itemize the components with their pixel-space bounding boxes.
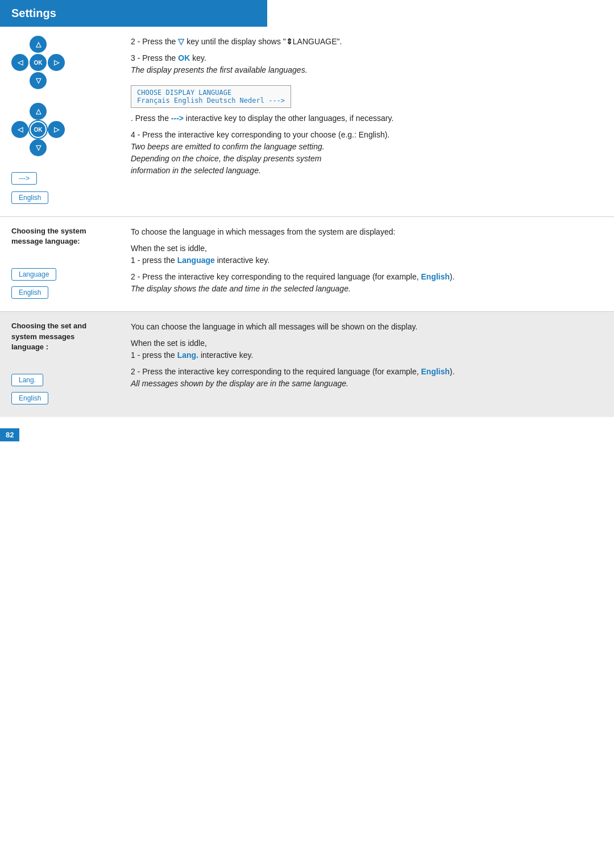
nav-right-btn-2[interactable]: ▷ (48, 121, 65, 138)
down-arrow-icon-1: ▽ (36, 77, 41, 85)
page-number-badge: 82 (0, 428, 19, 441)
arrow-note-text: . Press the ---> interactive key to disp… (131, 112, 597, 124)
choosing-set-desc: You can choose the language in which all… (131, 321, 597, 333)
nav-cross-2: △ ◁ OK ▷ ▽ (11, 103, 65, 156)
choosing-set-step1: When the set is iddle, 1 - press the Lan… (131, 337, 597, 361)
step4-text: 4 - Press the interactive key correspond… (131, 129, 597, 177)
down-key-symbol: ▽ (178, 37, 184, 46)
nav-empty2 (11, 139, 28, 156)
up-arrow-icon-2: △ (36, 107, 41, 115)
left-column-top: △ ◁ OK ▷ ▽ (0, 27, 125, 216)
step4-italic2: Depending on the choice, the display pre… (131, 154, 321, 163)
nav-empty2 (48, 103, 65, 120)
arrow-inline: ---> (171, 114, 184, 123)
nav-ok-btn[interactable]: OK (30, 54, 47, 71)
choosing-message-step2: 2 - Press the interactive key correspond… (131, 271, 597, 295)
nav-down-btn-2[interactable]: ▽ (30, 139, 47, 156)
nav-empty (48, 36, 65, 53)
choosing-set-section: Choosing the set and system messages lan… (0, 312, 614, 417)
english-key-btn-2[interactable]: English (11, 286, 48, 299)
choosing-message-step2-italic: The display shows the date and time in t… (131, 284, 351, 293)
left-arrow-icon: ◁ (18, 59, 23, 66)
choosing-message-desc: To choose the language in which messages… (131, 226, 597, 238)
ok-label-2: OK (34, 127, 43, 133)
choosing-set-step2-italic: All messages shown by the display are in… (131, 379, 349, 388)
ok-label: OK (34, 60, 43, 66)
choosing-set-label: Choosing the set and system messages lan… (11, 321, 86, 352)
header: Settings (0, 0, 267, 27)
choosing-message-section: Choosing the system message language: La… (0, 217, 614, 311)
display-box: CHOOSE DISPLAY LANGUAGE Français English… (131, 85, 291, 108)
step2-text: 2 - Press the ▽ key until the display sh… (131, 36, 597, 48)
lang-inline: Lang. (177, 350, 198, 360)
nav-device-2: △ ◁ OK ▷ ▽ (11, 103, 65, 158)
language-key-btn[interactable]: Language (11, 268, 56, 281)
step3-text: 3 - Press the OK key. The display presen… (131, 52, 597, 76)
page-number-section: 82 (0, 428, 614, 441)
arrow-key-btn[interactable]: ---> (11, 172, 37, 185)
left-column-bottom: Choosing the set and system messages lan… (0, 312, 125, 417)
nav-ok-btn-2[interactable]: OK (30, 121, 47, 138)
nav-left-btn-2[interactable]: ◁ (11, 121, 28, 138)
arrow-key-wrapper: ---> (11, 172, 37, 188)
choosing-message-step1: When the set is iddle, 1 - press the Lan… (131, 243, 597, 266)
nav-right-btn[interactable]: ▷ (48, 54, 65, 71)
page-title: Settings (11, 7, 56, 19)
nav-empty (48, 72, 65, 89)
language-key-wrapper: Language (11, 268, 56, 284)
lang-key-btn[interactable]: Lang. (11, 374, 43, 386)
nav-empty (11, 72, 28, 89)
lang-key-wrapper: Lang. (11, 374, 43, 390)
nav-left-btn[interactable]: ◁ (11, 54, 28, 71)
english-inline-1: English (421, 272, 450, 281)
top-section: △ ◁ OK ▷ ▽ (0, 27, 614, 216)
display-line1: CHOOSE DISPLAY LANGUAGE (137, 89, 285, 97)
nav-up-btn[interactable]: △ (30, 36, 47, 53)
left-column-mid: Choosing the system message language: La… (0, 217, 125, 311)
english-key-wrapper-2: English (11, 286, 48, 302)
english-key-wrapper-3: English (11, 392, 48, 408)
choosing-message-label: Choosing the system message language: (11, 226, 86, 247)
left-arrow-icon-2: ◁ (18, 126, 23, 133)
nav-empty2 (11, 103, 28, 120)
right-column-bottom: You can choose the language in which all… (125, 312, 614, 417)
nav-device-1: △ ◁ OK ▷ ▽ (11, 36, 65, 91)
nav-empty (11, 36, 28, 53)
right-column-top: 2 - Press the ▽ key until the display sh… (125, 27, 614, 216)
nav-up-btn-2[interactable]: △ (30, 103, 47, 120)
language-inline: Language (177, 256, 215, 265)
english-inline-2: English (421, 367, 450, 376)
english-key-btn-3[interactable]: English (11, 392, 48, 404)
down-arrow-icon-2: ▽ (36, 144, 41, 152)
right-arrow-icon-2: ▷ (54, 126, 59, 133)
display-line2: Français English Deutsch Nederl ---> (137, 97, 285, 105)
nav-cross-1: △ ◁ OK ▷ ▽ (11, 36, 65, 89)
nav-down-btn-1[interactable]: ▽ (30, 72, 47, 89)
nav-empty2 (48, 139, 65, 156)
english-key-wrapper-1: English (11, 191, 48, 207)
step4-italic1: Two beeps are emitted to confirm the lan… (131, 142, 325, 151)
right-arrow-icon: ▷ (54, 59, 59, 66)
step3-italic: The display presents the first available… (131, 65, 308, 74)
english-key-btn-1[interactable]: English (11, 191, 48, 204)
ok-inline: OK (178, 53, 190, 62)
choosing-set-step2: 2 - Press the interactive key correspond… (131, 366, 597, 390)
lang-symbol: ⇕ (286, 37, 293, 46)
right-column-mid: To choose the language in which messages… (125, 217, 614, 311)
step4-italic3: information in the selected language. (131, 166, 261, 175)
up-arrow-icon: △ (36, 40, 41, 48)
